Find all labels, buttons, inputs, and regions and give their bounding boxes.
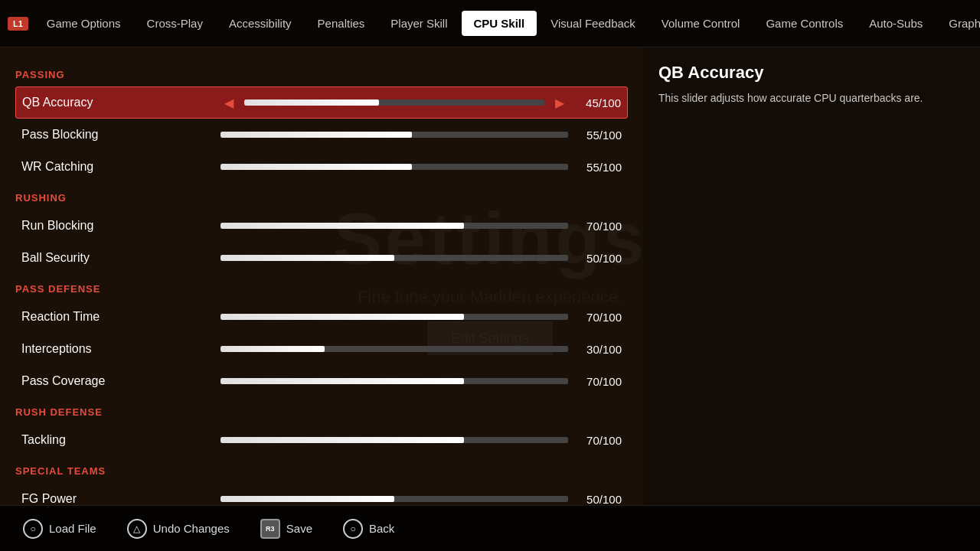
info-title: QB Accuracy — [658, 63, 965, 83]
setting-row-fg-power[interactable]: FG Power50/100 — [15, 483, 628, 505]
info-panel: QB Accuracy This slider adjusts how accu… — [643, 47, 980, 505]
slider-container-run-blocking — [220, 223, 568, 229]
setting-row-wr-catching[interactable]: WR Catching55/100 — [15, 151, 628, 183]
slider-fill-reaction-time — [220, 314, 464, 320]
nav-item-penalties[interactable]: Penalties — [305, 11, 377, 36]
nav-item-cpu-skill[interactable]: CPU Skill — [462, 11, 537, 36]
setting-row-pass-blocking[interactable]: Pass Blocking55/100 — [15, 119, 628, 151]
nav-item-volume-control[interactable]: Volume Control — [649, 11, 753, 36]
slider-container-tackling — [220, 437, 568, 443]
slider-right-arrow[interactable]: ▶ — [552, 96, 567, 110]
nav-item-game-options[interactable]: Game Options — [34, 11, 133, 36]
bottom-action-label-save: Save — [286, 522, 312, 535]
info-description: This slider adjusts how accurate CPU qua… — [658, 90, 965, 106]
setting-value-qb-accuracy: 45/100 — [567, 96, 621, 109]
section-header-passing: PASSING — [15, 69, 628, 80]
slider-fill-interceptions — [220, 346, 325, 352]
slider-track-interceptions[interactable] — [220, 346, 568, 352]
bottom-action-load-file[interactable]: ○Load File — [23, 519, 96, 539]
bottom-action-label-undo-changes: Undo Changes — [153, 522, 230, 535]
slider-fill-tackling — [220, 437, 464, 443]
bottom-action-label-back: Back — [369, 522, 394, 535]
setting-value-pass-blocking: 55/100 — [568, 129, 622, 142]
top-navigation: L1 Game OptionsCross-PlayAccessibilityPe… — [0, 0, 980, 47]
setting-row-ball-security[interactable]: Ball Security50/100 — [15, 242, 628, 274]
section-header-rush-defense: RUSH DEFENSE — [15, 406, 628, 418]
setting-value-ball-security: 50/100 — [568, 252, 622, 265]
setting-name-run-blocking: Run Blocking — [21, 219, 220, 233]
slider-container-pass-blocking — [220, 132, 568, 138]
bottom-action-undo-changes[interactable]: △Undo Changes — [127, 519, 230, 539]
section-header-pass-defense: PASS DEFENSE — [15, 283, 628, 295]
setting-row-run-blocking[interactable]: Run Blocking70/100 — [15, 210, 628, 242]
setting-name-qb-accuracy: QB Accuracy — [22, 96, 221, 109]
bottom-action-back[interactable]: ○Back — [343, 519, 394, 539]
setting-value-fg-power: 50/100 — [568, 493, 622, 506]
setting-row-reaction-time[interactable]: Reaction Time70/100 — [15, 301, 628, 333]
slider-container-fg-power — [220, 496, 568, 502]
slider-track-ball-security[interactable] — [220, 255, 568, 261]
nav-item-graphics[interactable]: Graphics — [936, 11, 980, 36]
slider-track-fg-power[interactable] — [220, 496, 568, 502]
section-header-special-teams: Special Teams — [15, 465, 628, 477]
setting-row-tackling[interactable]: Tackling70/100 — [15, 424, 628, 456]
slider-track-qb-accuracy[interactable] — [244, 99, 544, 106]
l1-badge: L1 — [8, 17, 28, 31]
setting-name-ball-security: Ball Security — [21, 251, 220, 265]
slider-fill-qb-accuracy — [244, 99, 379, 106]
nav-item-player-skill[interactable]: Player Skill — [378, 11, 459, 36]
nav-item-game-controls[interactable]: Game Controls — [753, 11, 855, 36]
slider-track-wr-catching[interactable] — [220, 164, 568, 170]
setting-value-tackling: 70/100 — [568, 434, 622, 447]
slider-track-tackling[interactable] — [220, 437, 568, 443]
setting-name-fg-power: FG Power — [21, 492, 220, 505]
setting-name-pass-coverage: Pass Coverage — [21, 374, 220, 388]
slider-track-run-blocking[interactable] — [220, 223, 568, 229]
slider-container-pass-coverage — [220, 378, 568, 384]
slider-fill-run-blocking — [220, 223, 464, 229]
slider-fill-wr-catching — [220, 164, 412, 170]
slider-container-ball-security — [220, 255, 568, 261]
nav-items-container: Game OptionsCross-PlayAccessibilityPenal… — [34, 11, 980, 36]
slider-fill-ball-security — [220, 255, 394, 261]
nav-item-accessibility[interactable]: Accessibility — [217, 11, 304, 36]
setting-row-interceptions[interactable]: Interceptions30/100 — [15, 333, 628, 365]
settings-panel: PASSINGQB Accuracy◀▶45/100Pass Blocking5… — [0, 47, 643, 505]
section-header-rushing: RUSHING — [15, 192, 628, 204]
nav-item-cross-play[interactable]: Cross-Play — [135, 11, 215, 36]
slider-track-pass-coverage[interactable] — [220, 378, 568, 384]
setting-name-wr-catching: WR Catching — [21, 160, 220, 174]
setting-value-reaction-time: 70/100 — [568, 311, 622, 324]
slider-container-reaction-time — [220, 314, 568, 320]
setting-name-interceptions: Interceptions — [21, 342, 220, 356]
slider-track-reaction-time[interactable] — [220, 314, 568, 320]
setting-name-pass-blocking: Pass Blocking — [21, 128, 220, 142]
slider-container-qb-accuracy: ◀▶ — [221, 96, 567, 110]
slider-fill-pass-coverage — [220, 378, 464, 384]
setting-row-qb-accuracy[interactable]: QB Accuracy◀▶45/100 — [15, 86, 628, 119]
triangle-icon: △ — [127, 519, 147, 539]
bottom-bar: ○Load File△Undo ChangesR3Save○Back — [0, 505, 980, 551]
bottom-action-label-load-file: Load File — [49, 522, 96, 535]
setting-name-tackling: Tackling — [21, 433, 220, 447]
setting-row-pass-coverage[interactable]: Pass Coverage70/100 — [15, 365, 628, 397]
nav-item-visual-feedback[interactable]: Visual Feedback — [538, 11, 648, 36]
circle-icon: ○ — [23, 519, 43, 539]
circle2-icon: ○ — [343, 519, 363, 539]
slider-left-arrow[interactable]: ◀ — [221, 96, 237, 110]
setting-name-reaction-time: Reaction Time — [21, 310, 220, 324]
slider-container-interceptions — [220, 346, 568, 352]
setting-value-wr-catching: 55/100 — [568, 161, 622, 174]
setting-value-run-blocking: 70/100 — [568, 220, 622, 233]
setting-value-interceptions: 30/100 — [568, 343, 622, 356]
setting-value-pass-coverage: 70/100 — [568, 375, 622, 388]
slider-track-pass-blocking[interactable] — [220, 132, 568, 138]
main-content: PASSINGQB Accuracy◀▶45/100Pass Blocking5… — [0, 47, 980, 505]
bottom-action-save[interactable]: R3Save — [260, 519, 312, 539]
slider-fill-pass-blocking — [220, 132, 412, 138]
r3-icon: R3 — [260, 519, 280, 539]
slider-container-wr-catching — [220, 164, 568, 170]
slider-fill-fg-power — [220, 496, 394, 502]
nav-item-auto-subs[interactable]: Auto-Subs — [857, 11, 935, 36]
